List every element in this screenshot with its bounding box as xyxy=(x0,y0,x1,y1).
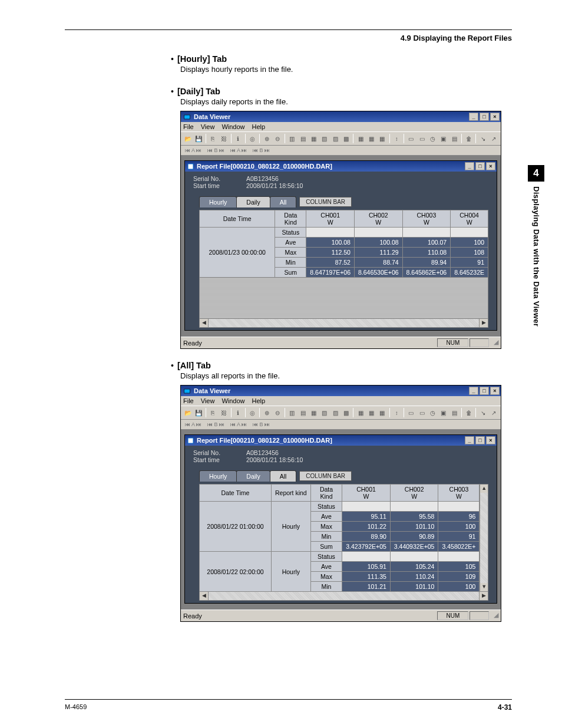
tab-all[interactable]: All xyxy=(270,196,297,207)
menu-file[interactable]: File xyxy=(183,397,194,404)
col-reportkind[interactable]: Report kind xyxy=(271,485,310,502)
open-icon[interactable]: 📂 xyxy=(183,407,193,418)
grid2-icon[interactable]: ▦ xyxy=(366,407,376,418)
col-ch002[interactable]: CH002W xyxy=(354,210,402,228)
table-icon[interactable]: ▤ xyxy=(449,133,459,144)
inner-maximize-button[interactable]: □ xyxy=(475,162,485,170)
bars5-icon[interactable]: ▨ xyxy=(330,133,340,144)
copy-icon[interactable]: ⎘ xyxy=(208,133,218,144)
titlebar[interactable]: Data Viewer _ □ × xyxy=(181,111,501,122)
close-button[interactable]: × xyxy=(490,113,500,121)
bars-icon[interactable]: ▥ xyxy=(287,133,297,144)
tab-daily[interactable]: Daily xyxy=(236,196,270,207)
bars5-icon[interactable]: ▨ xyxy=(330,407,340,418)
col-datakind[interactable]: Data Kind xyxy=(310,485,342,502)
h-scrollbar[interactable]: ◀ ▶ xyxy=(199,592,488,601)
arrow1-icon[interactable]: ↘ xyxy=(478,133,488,144)
inner-close-button[interactable]: × xyxy=(486,436,495,444)
nav-group-3[interactable]: ⏮ A ⏭ xyxy=(228,420,249,429)
menu-file[interactable]: File xyxy=(183,123,194,130)
maximize-button[interactable]: □ xyxy=(480,387,489,395)
grid3-icon[interactable]: ▦ xyxy=(377,133,387,144)
v-scrollbar[interactable]: ▲ ▼ xyxy=(480,484,488,592)
updown-icon[interactable]: ↕ xyxy=(392,407,402,418)
scroll-down-icon[interactable]: ▼ xyxy=(480,583,488,591)
nav-group-4[interactable]: ⏮ B ⏭ xyxy=(250,420,272,429)
arrow2-icon[interactable]: ↗ xyxy=(489,407,499,418)
zoom-out-icon[interactable]: ⊖ xyxy=(273,133,283,144)
bars2-icon[interactable]: ▤ xyxy=(298,407,308,418)
tab-hourly[interactable]: Hourly xyxy=(199,470,237,482)
col-ch002[interactable]: CH002W xyxy=(390,485,438,502)
col-ch003[interactable]: CH003W xyxy=(402,210,451,228)
info-icon[interactable]: ℹ xyxy=(233,407,243,418)
copy-icon[interactable]: ⎘ xyxy=(208,407,218,418)
maximize-button[interactable]: □ xyxy=(480,113,489,121)
updown-icon[interactable]: ↕ xyxy=(392,133,402,144)
col-ch001[interactable]: CH001W xyxy=(306,210,355,228)
save-icon[interactable]: 💾 xyxy=(193,407,203,418)
bars2-icon[interactable]: ▤ xyxy=(298,133,308,144)
zoom-out-icon[interactable]: ⊖ xyxy=(273,407,283,418)
tab-all[interactable]: All xyxy=(270,470,297,482)
trash-icon[interactable]: 🗑 xyxy=(464,133,474,144)
nav-group-2[interactable]: ⏮ B ⏭ xyxy=(205,420,227,429)
info-icon[interactable]: ℹ xyxy=(233,133,243,144)
menu-help[interactable]: Help xyxy=(252,397,266,404)
bars3-icon[interactable]: ▦ xyxy=(309,407,319,418)
clock-icon[interactable]: ◷ xyxy=(428,133,438,144)
nav-group-1[interactable]: ⏮ A ⏭ xyxy=(183,146,204,154)
column-bar-button[interactable]: COLUMN BAR xyxy=(299,197,352,207)
open-icon[interactable]: 📂 xyxy=(183,133,193,144)
nav-group-2[interactable]: ⏮ B ⏭ xyxy=(205,146,227,154)
nav-group-1[interactable]: ⏮ A ⏭ xyxy=(183,420,204,429)
bars4-icon[interactable]: ▧ xyxy=(319,407,329,418)
inner-minimize-button[interactable]: _ xyxy=(465,162,474,170)
minimize-button[interactable]: _ xyxy=(469,113,478,121)
table-icon[interactable]: ▤ xyxy=(449,407,459,418)
scroll-right-icon[interactable]: ▶ xyxy=(479,319,488,327)
win2-icon[interactable]: ▭ xyxy=(416,133,427,144)
scroll-left-icon[interactable]: ◀ xyxy=(200,319,209,327)
clock-icon[interactable]: ◷ xyxy=(428,407,438,418)
tab-daily[interactable]: Daily xyxy=(236,470,270,482)
target-icon[interactable]: ◎ xyxy=(247,407,257,418)
titlebar[interactable]: Data Viewer _ □ × xyxy=(181,386,501,396)
zoom-in-icon[interactable]: ⊕ xyxy=(262,133,272,144)
bars4-icon[interactable]: ▧ xyxy=(319,133,329,144)
col-ch004[interactable]: CH004W xyxy=(451,210,488,228)
nav-group-4[interactable]: ⏮ B ⏭ xyxy=(250,146,272,154)
resize-grip-icon[interactable]: ◢ xyxy=(490,338,498,347)
win1-icon[interactable]: ▭ xyxy=(406,407,416,418)
menu-window[interactable]: Window xyxy=(222,397,244,404)
link-icon[interactable]: ⛓ xyxy=(219,407,229,418)
arrow2-icon[interactable]: ↗ xyxy=(489,133,499,144)
resize-grip-icon[interactable]: ◢ xyxy=(490,611,498,620)
link-icon[interactable]: ⛓ xyxy=(219,133,229,144)
win2-icon[interactable]: ▭ xyxy=(416,407,427,418)
scroll-left-icon[interactable]: ◀ xyxy=(200,592,209,600)
arrow1-icon[interactable]: ↘ xyxy=(478,407,488,418)
win1-icon[interactable]: ▭ xyxy=(406,133,416,144)
grid3-icon[interactable]: ▦ xyxy=(377,407,387,418)
tab-hourly[interactable]: Hourly xyxy=(199,196,237,207)
bars3-icon[interactable]: ▦ xyxy=(309,133,319,144)
menu-view[interactable]: View xyxy=(201,397,215,404)
grid2-icon[interactable]: ▦ xyxy=(366,133,376,144)
target-icon[interactable]: ◎ xyxy=(247,133,257,144)
col-datakind[interactable]: Data Kind xyxy=(275,210,306,228)
inner-close-button[interactable]: × xyxy=(486,162,495,170)
scroll-up-icon[interactable]: ▲ xyxy=(480,485,488,493)
col-datetime[interactable]: Date Time xyxy=(200,485,272,502)
trash-icon[interactable]: 🗑 xyxy=(464,407,474,418)
folder-icon[interactable]: ▣ xyxy=(438,407,448,418)
save-icon[interactable]: 💾 xyxy=(193,133,203,144)
col-datetime[interactable]: Date Time xyxy=(200,210,275,228)
close-button[interactable]: × xyxy=(490,387,500,395)
minimize-button[interactable]: _ xyxy=(469,387,478,395)
h-scrollbar[interactable]: ◀ ▶ xyxy=(199,319,488,328)
zoom-in-icon[interactable]: ⊕ xyxy=(262,407,272,418)
menu-window[interactable]: Window xyxy=(222,123,244,130)
bars6-icon[interactable]: ▩ xyxy=(341,407,351,418)
nav-group-3[interactable]: ⏮ A ⏭ xyxy=(228,146,249,154)
